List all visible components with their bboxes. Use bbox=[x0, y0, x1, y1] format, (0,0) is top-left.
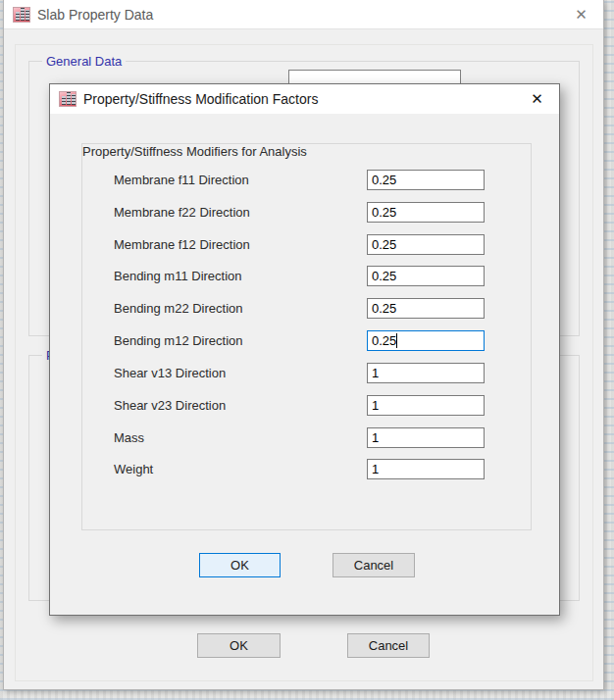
stiffness-modification-dialog: Property/Stiffness Modification Factors … bbox=[49, 83, 560, 616]
general-data-label: General Data bbox=[42, 54, 126, 69]
row-shear-v13: Shear v13 Direction bbox=[50, 363, 559, 384]
membrane-f12-label: Membrane f12 Direction bbox=[114, 237, 250, 252]
modifiers-group-label: Property/Stiffness Modifiers for Analysi… bbox=[82, 144, 307, 159]
shear-v13-input[interactable] bbox=[367, 363, 485, 383]
weight-input[interactable] bbox=[367, 459, 485, 479]
row-membrane-f22: Membrane f22 Direction bbox=[50, 202, 559, 224]
row-bending-m22: Bending m22 Direction bbox=[50, 298, 559, 320]
modal-ok-button[interactable]: OK bbox=[199, 553, 281, 577]
bending-m12-label: Bending m12 Direction bbox=[114, 333, 243, 348]
row-shear-v23: Shear v23 Direction bbox=[50, 395, 559, 417]
mass-label: Mass bbox=[114, 430, 144, 445]
outer-titlebar: Slab Property Data ✕ bbox=[4, 0, 603, 29]
bending-m11-label: Bending m11 Direction bbox=[114, 269, 242, 283]
row-membrane-f11: Membrane f11 Direction bbox=[50, 170, 559, 191]
membrane-f11-input[interactable] bbox=[367, 170, 485, 190]
weight-label: Weight bbox=[114, 462, 153, 476]
bending-m11-input[interactable] bbox=[367, 266, 485, 286]
outer-close-icon[interactable]: ✕ bbox=[559, 0, 603, 29]
membrane-f11-label: Membrane f11 Direction bbox=[114, 173, 249, 187]
app-background: Slab Property Data ✕ General Data P OK C… bbox=[0, 0, 614, 700]
text-caret bbox=[396, 333, 397, 348]
etabs-app-icon bbox=[13, 7, 30, 23]
outer-ok-button[interactable]: OK bbox=[197, 633, 281, 658]
etabs-app-icon bbox=[59, 91, 77, 107]
modal-titlebar: Property/Stiffness Modification Factors … bbox=[50, 84, 559, 114]
mass-input[interactable] bbox=[367, 427, 485, 448]
modal-close-icon[interactable]: ✕ bbox=[515, 84, 559, 114]
row-membrane-f12: Membrane f12 Direction bbox=[50, 234, 559, 256]
shear-v13-label: Shear v13 Direction bbox=[114, 366, 226, 380]
bending-m22-label: Bending m22 Direction bbox=[114, 301, 243, 316]
modal-cancel-button[interactable]: Cancel bbox=[333, 553, 415, 577]
shear-v23-input[interactable] bbox=[367, 395, 485, 416]
modal-title: Property/Stiffness Modification Factors bbox=[83, 91, 318, 107]
outer-cancel-button[interactable]: Cancel bbox=[347, 633, 430, 658]
shear-v23-label: Shear v23 Direction bbox=[114, 398, 226, 413]
row-weight: Weight bbox=[50, 459, 559, 480]
row-bending-m11: Bending m11 Direction bbox=[50, 266, 559, 287]
outer-window-title: Slab Property Data bbox=[37, 7, 153, 23]
membrane-f22-input[interactable] bbox=[367, 202, 485, 223]
membrane-f22-label: Membrane f22 Direction bbox=[114, 205, 250, 220]
bending-m12-input[interactable] bbox=[367, 330, 485, 351]
row-mass: Mass bbox=[50, 427, 559, 449]
row-bending-m12: Bending m12 Direction bbox=[50, 330, 559, 352]
membrane-f12-input[interactable] bbox=[367, 234, 485, 255]
bending-m22-input[interactable] bbox=[367, 298, 485, 319]
